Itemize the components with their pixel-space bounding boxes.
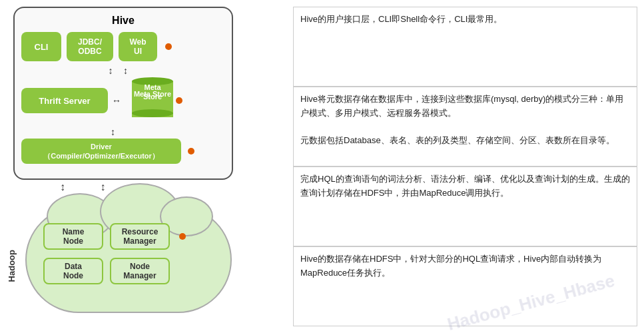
dot-hadoop-top [179,233,186,240]
hadoop-nodes: Name Node Resource Manager Data Node Nod… [43,223,186,284]
driver-row: Driver （Compiler/Optimizer/Executor） [21,139,225,164]
top-row: CLI JDBC/ ODBC Web UI [21,32,225,61]
hive-container: Hive CLI JDBC/ ODBC Web UI ↕ ↕ Th [13,7,233,180]
resource-manager-box: Resource Manager [110,223,170,250]
thrift-meta-row: Thrift Server ↔ Meta Store MetaStore [21,77,225,124]
arrows-top-thrift: ↕ ↕ [21,65,225,76]
arrows-thrift-driver: ↕ [21,127,225,137]
right-panel: Hive的用户接口层，CLI即Shell命令行，CLI最常用。 Hive将元数据… [280,0,644,333]
webui-box: Web UI [119,32,157,61]
thrift-box: Thrift Server [21,88,108,113]
annotation-box-2: Hive将元数据存储在数据库中，连接到这些数据库(mysql, derby)的模… [293,87,637,166]
hadoop-row1: Name Node Resource Manager [43,223,186,250]
driver-box: Driver （Compiler/Optimizer/Executor） [21,139,181,164]
hadoop-row2: Data Node Node Manager [43,258,186,284]
meta-label-text: MetaStore [132,83,173,102]
annotation-box-3: 完成HQL的查询语句的词法分析、语法分析、编译、优化以及查询计划的生成。生成的查… [293,166,637,246]
cli-box: CLI [21,32,61,61]
dot-driver [188,148,194,155]
cyl-bottom [132,109,173,117]
data-node-box: Data Node [43,258,103,284]
annotation-box-4: Hive的数据存储在HDFS中，针对大部分的HQL查询请求，Hive内部自动转换… [293,246,637,326]
dot-webui [165,43,172,50]
horiz-arrows: ↔ [112,95,121,106]
annotation-box-1: Hive的用户接口层，CLI即Shell命令行，CLI最常用。 [293,7,637,87]
hive-title: Hive [21,15,225,27]
left-panel: Hive CLI JDBC/ ODBC Web UI ↕ ↕ Th [0,0,280,333]
name-node-box: Name Node [43,223,103,250]
jdbc-box: JDBC/ ODBC [67,32,113,61]
hadoop-container: Hadoop Name Node Resource Manager Data N… [7,193,246,316]
node-manager-box: Node Manager [110,258,170,284]
meta-store-container: Meta Store MetaStore [132,77,173,124]
dot-metastore [176,97,182,104]
meta-store-cylinder-wrapper: Meta Store MetaStore [132,77,173,124]
hadoop-label: Hadoop [7,250,17,282]
